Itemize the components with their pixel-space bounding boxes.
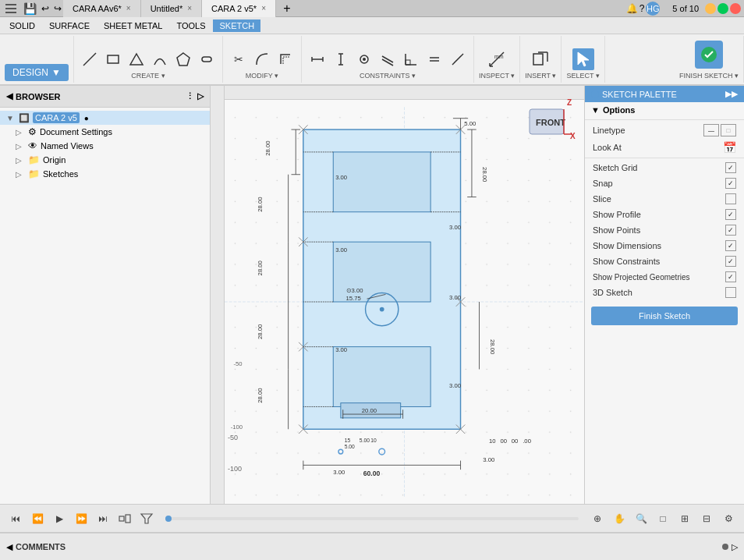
orbit-btn[interactable]: ⊕ <box>588 509 607 528</box>
viewport[interactable]: 5.00 28.00 28.00 28.00 28.00 28.00 28.00 <box>211 86 584 504</box>
svg-point-43 <box>380 307 384 312</box>
play-btn[interactable]: ▶ <box>50 509 69 528</box>
menu-surface[interactable]: SURFACE <box>43 19 96 32</box>
collapse-comments-icon[interactable]: ◀ <box>6 542 12 552</box>
slice-checkbox[interactable] <box>725 193 736 204</box>
show-points-checkbox[interactable] <box>725 225 736 236</box>
sketch-grid-checkbox[interactable] <box>725 162 736 173</box>
zoom-btn[interactable]: 🔍 <box>632 509 650 528</box>
ruler-vertical <box>211 86 225 504</box>
3d-sketch-checkbox[interactable] <box>725 287 736 298</box>
tab-cara2-close[interactable]: × <box>261 4 266 12</box>
tree-item-named-views[interactable]: ▷ 👁 Named Views <box>0 139 210 153</box>
tree-item-doc-settings[interactable]: ▷ ⚙ Document Settings <box>0 125 210 139</box>
design-dropdown-btn[interactable]: DESIGN ▼ <box>5 64 69 81</box>
options-header[interactable]: ▼ Options <box>585 102 744 118</box>
arc-tool-btn[interactable] <box>149 48 171 70</box>
minimize-btn[interactable] <box>705 3 716 14</box>
insert-tool-btn[interactable] <box>530 48 551 70</box>
close-btn[interactable] <box>730 3 741 14</box>
triangle-tool-btn[interactable] <box>126 48 147 70</box>
sidebar-options-icon[interactable]: ⋮ <box>186 91 194 101</box>
sketch-palette-header[interactable]: SKETCH PALETTE ▶▶ <box>585 86 744 102</box>
grid-display-btn[interactable]: ⊟ <box>697 509 716 528</box>
scissors-tool-btn[interactable]: ✂ <box>228 48 250 70</box>
parallel-constraint-btn[interactable] <box>377 48 399 70</box>
display-mode-btn[interactable]: ⊞ <box>675 509 694 528</box>
tab-untitled[interactable]: Untitled* × <box>141 0 202 17</box>
play-prev-btn[interactable]: ⏪ <box>28 509 47 528</box>
linetype-dash-btn[interactable]: □ <box>721 124 736 136</box>
play-start-btn[interactable]: ⏮ <box>6 509 25 528</box>
tree-expand-named-views[interactable]: ▷ <box>16 142 25 151</box>
svg-point-15 <box>363 58 366 61</box>
tab-untitled-close[interactable]: × <box>187 4 192 12</box>
polygon-tool-btn[interactable] <box>172 48 194 70</box>
svg-text:28.00: 28.00 <box>257 197 264 212</box>
slot-tool-btn[interactable] <box>196 48 218 70</box>
fillet-tool-btn[interactable] <box>251 48 273 70</box>
toolbar-constraints-section: CONSTRAINTS ▾ <box>302 36 474 83</box>
line-tool-btn[interactable] <box>79 48 101 70</box>
coinc-constraint-btn[interactable] <box>353 48 375 70</box>
notification-icon[interactable]: 🔔 <box>626 3 638 14</box>
tab-cara-aa-close[interactable]: × <box>126 4 131 12</box>
offset-tool-btn[interactable] <box>275 48 296 70</box>
window-display-btn[interactable]: □ <box>654 509 672 528</box>
tree-expand-cara2[interactable]: ▼ <box>6 114 16 122</box>
new-tab-btn[interactable]: + <box>276 0 298 17</box>
play-end-btn[interactable]: ⏭ <box>94 509 112 528</box>
show-projected-checkbox[interactable] <box>725 271 736 282</box>
collapse-sidebar-icon[interactable]: ◀ <box>6 91 12 101</box>
user-avatar[interactable]: HG <box>646 2 660 16</box>
palette-expand-icon[interactable]: ▶▶ <box>725 89 738 99</box>
play-next-btn[interactable]: ⏩ <box>72 509 90 528</box>
menu-sketch[interactable]: SKETCH <box>213 19 260 32</box>
perp-constraint-btn[interactable] <box>400 48 422 70</box>
timeline-scrubber[interactable] <box>165 517 579 520</box>
show-constraints-checkbox[interactable] <box>725 256 736 267</box>
equal-constraint-btn[interactable] <box>423 48 445 70</box>
sidebar-expand-icon[interactable]: ▷ <box>197 91 204 101</box>
menu-tools[interactable]: TOOLS <box>170 19 211 32</box>
undo-icon[interactable]: ↩ <box>40 3 51 14</box>
show-dims-checkbox[interactable] <box>725 240 736 251</box>
lookat-icon[interactable]: 📅 <box>723 141 736 154</box>
timeline-handle[interactable] <box>165 516 172 522</box>
app-menu-icon[interactable] <box>3 2 19 15</box>
view-cube[interactable]: Z X FRONT <box>522 94 576 148</box>
svg-text:28.00: 28.00 <box>257 324 264 339</box>
finish-sketch-btn[interactable]: Finish Sketch <box>591 307 738 325</box>
rect-tool-btn[interactable] <box>102 48 124 70</box>
save-icon[interactable]: 💾 <box>22 2 38 15</box>
vert-constraint-btn[interactable] <box>330 48 352 70</box>
tree-expand-sketches[interactable]: ▷ <box>16 170 25 179</box>
filter-icon[interactable] <box>137 509 156 528</box>
timeline-icon[interactable] <box>115 509 134 528</box>
snap-checkbox[interactable] <box>725 178 736 189</box>
tree-item-origin[interactable]: ▷ 📁 Origin <box>0 153 210 167</box>
horiz-constraint-btn[interactable] <box>306 48 328 70</box>
select-tool-btn[interactable] <box>572 48 594 70</box>
tab-cara2[interactable]: CARA 2 v5* × <box>202 0 276 17</box>
settings-btn[interactable]: ⚙ <box>719 509 738 528</box>
finish-sketch-icon-btn[interactable] <box>695 41 723 69</box>
maximize-btn[interactable] <box>717 3 728 14</box>
help-icon[interactable]: ? <box>639 3 645 14</box>
tree-item-sketches[interactable]: ▷ 📁 Sketches <box>0 167 210 181</box>
pan-btn[interactable]: ✋ <box>610 509 629 528</box>
menu-sheet-metal[interactable]: SHEET METAL <box>97 19 168 32</box>
menu-solid[interactable]: SOLID <box>3 19 41 32</box>
tree-item-cara2[interactable]: ▼ 🔲 CARA 2 v5 ● <box>0 111 210 125</box>
redo-icon[interactable]: ↪ <box>52 3 63 14</box>
comments-expand-icon[interactable]: ▷ <box>732 542 738 552</box>
3d-sketch-label: 3D Sketch <box>593 288 632 297</box>
show-profile-checkbox[interactable] <box>725 209 736 220</box>
palette-show-profile-row: Show Profile <box>585 207 744 222</box>
tree-expand-doc-settings[interactable]: ▷ <box>16 128 25 136</box>
tree-expand-origin[interactable]: ▷ <box>16 156 25 165</box>
linetype-solid-btn[interactable]: — <box>703 124 719 136</box>
measure-tool-btn[interactable]: mm <box>486 48 508 70</box>
tab-cara-aa[interactable]: CARA AAv6* × <box>63 0 141 17</box>
diagonal-constraint-btn[interactable] <box>447 48 469 70</box>
